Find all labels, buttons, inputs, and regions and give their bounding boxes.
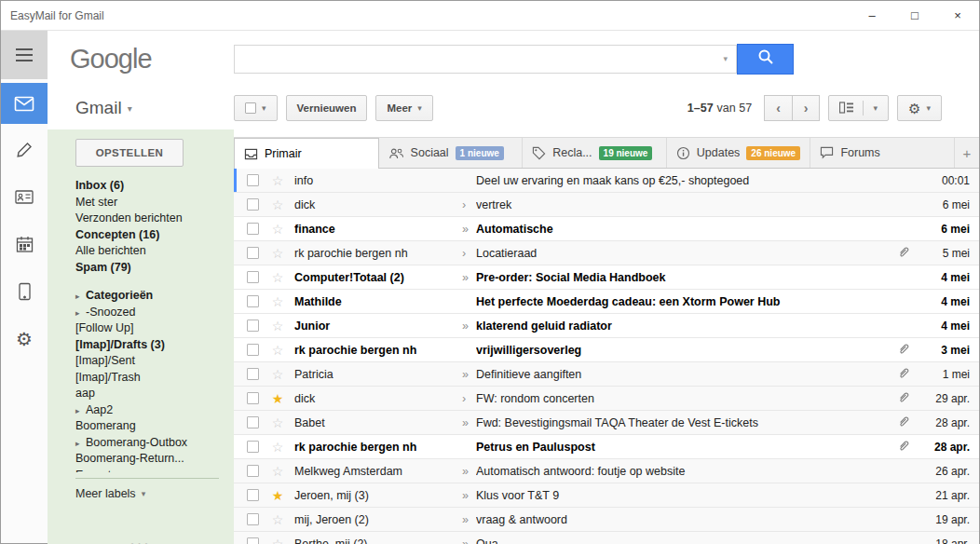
search-input[interactable] bbox=[235, 52, 715, 66]
devices-icon[interactable] bbox=[1, 269, 48, 314]
star-icon[interactable]: ☆ bbox=[270, 367, 285, 382]
settings-icon[interactable]: ⚙ bbox=[1, 317, 48, 361]
email-row[interactable]: ☆ Berthe, mij (2) » Qua... 18 apr. bbox=[234, 532, 979, 544]
sidebar-folder-item[interactable]: Alle berichten bbox=[75, 243, 234, 260]
star-icon[interactable]: ☆ bbox=[270, 173, 285, 188]
sidebar-folder-item[interactable]: Boomerang bbox=[75, 418, 234, 435]
sidebar-folder-item[interactable]: [Imap]/Sent bbox=[75, 353, 234, 370]
sidebar-folder-item[interactable]: Inbox (6) bbox=[75, 178, 234, 195]
email-checkbox[interactable] bbox=[247, 368, 259, 380]
star-icon[interactable]: ☆ bbox=[270, 512, 285, 527]
email-row[interactable]: ☆ dick › vertrek 6 mei bbox=[234, 193, 979, 217]
contacts-icon[interactable] bbox=[1, 174, 48, 219]
tab-sociaal[interactable]: Sociaal 1 nieuwe bbox=[379, 138, 524, 168]
sidebar-folder-item[interactable]: [Imap]/Drafts (3) bbox=[75, 337, 234, 354]
star-icon[interactable]: ★ bbox=[270, 391, 285, 406]
sidebar-folder-item[interactable]: ▸Categorieën bbox=[75, 288, 234, 305]
email-row[interactable]: ☆ Junior » klaterend geluid radiator 4 m… bbox=[234, 314, 979, 338]
email-checkbox[interactable] bbox=[247, 513, 259, 525]
sidebar-folder-item[interactable]: Boomerang-Return... bbox=[75, 451, 234, 468]
sidebar-folder-item[interactable]: ▸-Snoozed bbox=[75, 305, 234, 321]
sidebar-folder-item[interactable]: [Imap]/Trash bbox=[75, 370, 234, 387]
sidebar-folder-item[interactable]: Executeur bbox=[75, 468, 234, 473]
email-row[interactable]: ☆ Computer!Totaal (2) » Pre-order: Socia… bbox=[234, 265, 979, 290]
select-dropdown-button[interactable]: ▾ bbox=[234, 95, 278, 121]
gmail-menu[interactable]: Gmail ▾ bbox=[48, 98, 234, 118]
email-checkbox[interactable] bbox=[247, 344, 259, 356]
email-row[interactable]: ☆ rk parochie bergen nh Petrus en Paulus… bbox=[234, 435, 979, 459]
email-checkbox[interactable] bbox=[247, 295, 259, 307]
expand-arrow-icon[interactable]: ▸ bbox=[75, 289, 86, 306]
refresh-button[interactable]: Vernieuwen bbox=[286, 95, 368, 121]
add-tab-button[interactable]: + bbox=[955, 138, 979, 168]
email-checkbox[interactable] bbox=[247, 441, 259, 453]
email-row[interactable]: ☆ Babet » Fwd: Bevestigingsmail TAQA The… bbox=[234, 411, 979, 435]
star-icon[interactable]: ☆ bbox=[270, 440, 285, 455]
star-icon[interactable]: ☆ bbox=[270, 222, 285, 237]
star-icon[interactable]: ☆ bbox=[270, 270, 285, 285]
star-icon[interactable]: ☆ bbox=[270, 415, 285, 430]
hamburger-menu-icon[interactable] bbox=[1, 31, 48, 79]
star-icon[interactable]: ★ bbox=[270, 488, 285, 503]
sidebar-overflow-button[interactable]: ••• bbox=[48, 538, 234, 544]
email-row[interactable]: ☆ finance » Automatische 6 mei bbox=[234, 217, 979, 241]
calendar-icon[interactable] bbox=[1, 222, 48, 266]
email-row[interactable]: ☆ Melkweg Amsterdam » Automatisch antwoo… bbox=[234, 459, 979, 483]
star-icon[interactable]: ☆ bbox=[270, 537, 285, 544]
email-checkbox[interactable] bbox=[247, 223, 259, 235]
email-row[interactable]: ☆ Patricia » Definitieve aangiften 1 mei bbox=[234, 362, 979, 387]
email-row[interactable]: ☆ mij, Jeroen (2) » vraag & antwoord 19 … bbox=[234, 508, 979, 532]
email-checkbox[interactable] bbox=[247, 320, 259, 332]
star-icon[interactable]: ☆ bbox=[270, 319, 285, 333]
more-button[interactable]: Meer ▾ bbox=[375, 95, 432, 121]
sidebar-folder-item[interactable]: Concepten (16) bbox=[75, 227, 234, 244]
minimize-button[interactable]: – bbox=[851, 1, 893, 30]
settings-dropdown-button[interactable]: ⚙ ▾ bbox=[897, 95, 942, 121]
email-row[interactable]: ★ dick › FW: rondom concerten 29 apr. bbox=[234, 387, 979, 411]
email-checkbox[interactable] bbox=[247, 392, 259, 404]
newer-page-button[interactable]: ‹ bbox=[764, 95, 793, 121]
star-icon[interactable]: ☆ bbox=[270, 246, 285, 261]
sidebar-folder-item[interactable]: [Follow Up] bbox=[75, 320, 234, 337]
email-row[interactable]: ☆ rk parochie bergen nh › Locatieraad 5 … bbox=[234, 241, 979, 265]
close-button[interactable]: × bbox=[936, 1, 979, 30]
more-labels-button[interactable]: Meer labels ▾ bbox=[75, 478, 219, 500]
tab-updates[interactable]: Updates 26 nieuwe bbox=[667, 138, 811, 168]
sidebar-folder-item[interactable]: ▸Boomerang-Outbox bbox=[75, 435, 234, 452]
email-checkbox[interactable] bbox=[247, 489, 259, 501]
email-checkbox[interactable] bbox=[247, 198, 259, 211]
email-checkbox[interactable] bbox=[247, 537, 259, 544]
sidebar-folder-item[interactable]: Met ster bbox=[75, 195, 234, 211]
older-page-button[interactable]: › bbox=[792, 95, 821, 121]
sidebar-folder-item[interactable]: ▸Aap2 bbox=[75, 402, 234, 419]
expand-arrow-icon[interactable]: ▸ bbox=[75, 306, 86, 322]
star-icon[interactable]: ☆ bbox=[270, 294, 285, 309]
star-icon[interactable]: ☆ bbox=[270, 197, 285, 212]
email-checkbox[interactable] bbox=[247, 416, 259, 428]
email-row[interactable]: ☆ rk parochie bergen nh vrijwilligersove… bbox=[234, 338, 979, 362]
tab-primair[interactable]: Primair bbox=[234, 138, 379, 169]
email-checkbox[interactable] bbox=[247, 174, 259, 186]
email-checkbox[interactable] bbox=[247, 247, 259, 259]
email-row[interactable]: ☆ Mathilde Het perfecte Moederdag cadeau… bbox=[234, 290, 979, 314]
reading-pane-button[interactable]: ▾ bbox=[828, 95, 889, 121]
compose-icon[interactable] bbox=[1, 127, 48, 171]
email-row[interactable]: ★ Jeroen, mij (3) » Klus voor T&T 9 21 a… bbox=[234, 483, 979, 508]
sidebar-folder-item[interactable]: Verzonden berichten bbox=[75, 211, 234, 227]
email-row[interactable]: ☆ info Deel uw ervaring en maak kans op … bbox=[234, 169, 979, 193]
expand-arrow-icon[interactable]: ▸ bbox=[75, 403, 86, 420]
expand-arrow-icon[interactable]: ▸ bbox=[75, 436, 86, 453]
compose-button[interactable]: OPSTELLEN bbox=[75, 139, 184, 167]
tab-forums[interactable]: Forums bbox=[810, 138, 955, 168]
star-icon[interactable]: ☆ bbox=[270, 343, 285, 358]
sidebar-folder-item[interactable]: Spam (79) bbox=[75, 260, 234, 277]
email-checkbox[interactable] bbox=[247, 271, 259, 283]
search-button[interactable] bbox=[737, 44, 794, 75]
tab-recla[interactable]: Recla... 19 nieuwe bbox=[523, 138, 667, 168]
email-checkbox[interactable] bbox=[247, 465, 259, 477]
maximize-button[interactable]: □ bbox=[893, 1, 936, 30]
sidebar-folder-item[interactable]: aap bbox=[75, 386, 234, 402]
search-options-caret-icon[interactable]: ▾ bbox=[715, 54, 736, 63]
star-icon[interactable]: ☆ bbox=[270, 464, 285, 479]
mail-icon[interactable] bbox=[1, 83, 48, 124]
